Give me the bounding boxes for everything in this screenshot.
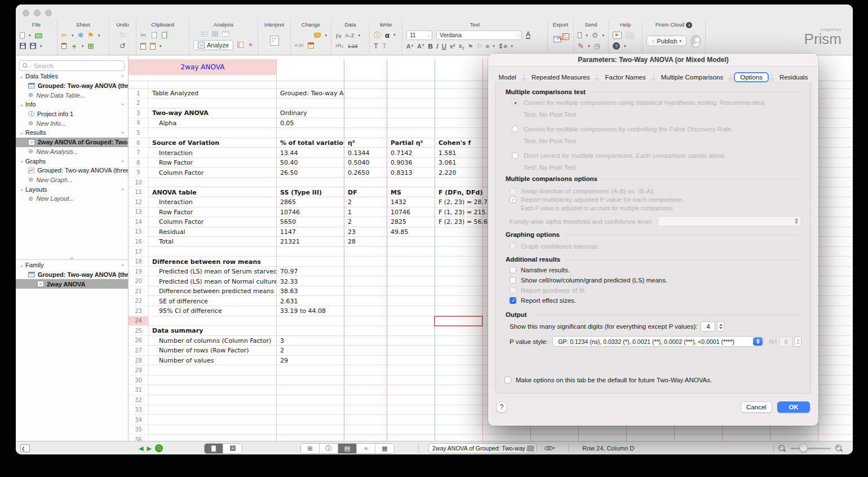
data-table-view-button[interactable]: ⊞ (301, 444, 320, 453)
sheet-cell[interactable]: Row Factor (148, 158, 276, 168)
mct-radio-button[interactable] (512, 126, 519, 132)
sheet-cell[interactable]: Grouped: Two-way AN (276, 89, 344, 99)
sidebar-section-header[interactable]: ⌄Data Tables» (16, 72, 128, 81)
mct-radio-row[interactable]: Don't correct for multiple comparisons. … (512, 152, 727, 159)
font-color-icon[interactable]: A (526, 31, 530, 39)
row-number[interactable]: 24 (129, 316, 148, 326)
save-icon[interactable] (20, 43, 26, 49)
sheet-cell[interactable]: Source of Variation (148, 138, 276, 148)
line-spacing-icon[interactable]: ⇕≡ (498, 42, 507, 50)
account-avatar[interactable] (690, 35, 701, 47)
row-number[interactable]: 21 (129, 286, 148, 297)
row-number[interactable]: 30 (129, 376, 148, 386)
sheet-cell[interactable]: 21321 (276, 237, 344, 247)
sheet-cell[interactable]: Total (148, 237, 276, 247)
sidebar-item[interactable]: Grouped: Two-way ANOVA (three (16, 270, 128, 280)
disclosure-chevron-icon[interactable]: ⌄ (20, 102, 25, 107)
sheet-cell[interactable]: Partial η² (387, 138, 435, 148)
link-dropdown-icon[interactable]: ▾ (553, 446, 555, 450)
sheet-cell[interactable]: Column Factor (148, 217, 276, 227)
mct-radio-row[interactable]: Correct for multiple comparisons using s… (512, 99, 766, 106)
redo-icon[interactable]: ↻ (119, 32, 126, 39)
graph-ci-row[interactable]: Graph confidence intervals. (510, 243, 600, 250)
sheet-cell[interactable]: 10746 (387, 207, 435, 218)
copy-special-icon[interactable] (162, 32, 167, 38)
export-icon[interactable]: ↷txtxml (553, 34, 568, 47)
sheet-cell[interactable]: 0.1344 (344, 148, 387, 158)
sheet-cell[interactable]: 2 (344, 217, 387, 227)
sidebar-item[interactable]: ⊕New Analysis... (16, 147, 128, 157)
annotation-flag-icon[interactable]: ⚐ (477, 43, 482, 50)
row-number[interactable]: 26 (129, 336, 148, 346)
sidebar-item[interactable]: ⊕New Data Table... (16, 90, 128, 100)
family-alpha-dropdown[interactable] (657, 216, 801, 227)
swap-direction-row[interactable]: Swap direction of comparisons (A-B) vs. … (510, 188, 655, 195)
cloud-info-icon[interactable]: i (686, 22, 692, 28)
section-more-icon[interactable]: » (121, 158, 123, 164)
row-number[interactable]: 14 (129, 217, 148, 227)
row-number[interactable]: 36 (129, 435, 148, 441)
new-sheet-icon[interactable]: ＋ (70, 42, 78, 50)
paste-special-icon[interactable] (150, 43, 156, 50)
row-number[interactable]: 33 (129, 405, 148, 416)
pin-dropdown-icon[interactable]: ▾ (98, 33, 100, 38)
scatter-analysis-icon[interactable] (201, 31, 208, 37)
align-dropdown-icon[interactable]: ▾ (493, 44, 495, 48)
adjusted-p-row[interactable]: Report multiplicity adjusted P value for… (510, 196, 684, 203)
disclosure-chevron-icon[interactable]: ⌄ (20, 74, 25, 79)
sheet-cell[interactable]: 0.05 (276, 118, 344, 129)
current-sheet-name-box[interactable]: 2way ANOVA of Grouped: Two-way ANOVA (t (428, 443, 537, 453)
sheet-cell[interactable]: Number of columns (Column Factor) (148, 336, 276, 346)
digits-input[interactable]: 4 (701, 321, 715, 332)
alpha-icon[interactable]: α (385, 31, 389, 39)
sheet-cell[interactable]: Residual (148, 227, 276, 237)
format-dropdown-icon[interactable]: ▾ (325, 33, 327, 38)
decimal-format-icon[interactable]: #.00 (295, 43, 304, 48)
mct-radio-button[interactable] (512, 152, 519, 159)
row-number[interactable]: 22 (129, 296, 148, 306)
section-more-icon[interactable]: » (121, 130, 123, 135)
sheet-cell[interactable]: SE of difference (148, 296, 276, 306)
wizard-wand-icon[interactable]: ✦ (247, 41, 254, 48)
row-number[interactable]: 8 (129, 158, 148, 168)
cut-icon[interactable]: ✂ (140, 32, 147, 39)
sheet-cell[interactable]: Predicted (LS) mean of Serum starved (148, 267, 276, 277)
selected-cell[interactable] (434, 316, 483, 327)
layout-view-button[interactable]: ▦ (375, 444, 394, 453)
interpret-checklist-icon[interactable] (270, 36, 279, 46)
undo-icon[interactable]: ↺ (119, 42, 126, 50)
row-number[interactable]: 12 (129, 197, 148, 207)
sheet-cell[interactable]: 5650 (276, 217, 344, 227)
row-number[interactable]: 13 (129, 207, 148, 218)
open-file-icon[interactable] (35, 33, 42, 38)
row-number[interactable]: 25 (129, 326, 148, 336)
n-stepper[interactable] (794, 337, 801, 347)
row-number[interactable]: 6 (129, 138, 148, 148)
zoom-in-icon[interactable]: + (835, 444, 843, 453)
sheet-cell[interactable]: Two-way ANOVA (148, 108, 276, 118)
text-tool-icon[interactable]: T (374, 42, 378, 50)
additional-result-row[interactable]: Report goodness of fit. (510, 287, 586, 294)
row-number[interactable]: 29 (129, 365, 148, 376)
row-number[interactable]: 20 (129, 276, 148, 286)
greek-flag-icon[interactable]: ⚑ (468, 43, 473, 50)
save-dropdown-icon[interactable]: ▾ (40, 44, 42, 48)
help-dropdown-icon[interactable]: ▾ (624, 44, 626, 48)
sheet-cell[interactable]: 70.97 (276, 267, 344, 277)
gear-icon[interactable]: ⚙ (592, 32, 599, 39)
sheet-cell[interactable]: MS (387, 187, 435, 197)
row-number[interactable]: 3 (129, 108, 148, 118)
sheet-cell[interactable]: 23 (344, 227, 387, 237)
sidebar-section-header[interactable]: ⌄Graphs» (16, 156, 128, 166)
font-size-combo[interactable]: 11⌄ (406, 30, 432, 40)
publish-button[interactable]: ↑Publish▾ (646, 36, 687, 46)
sheet-cell[interactable]: 1 (344, 207, 387, 218)
sheet-cell[interactable]: 32.33 (276, 276, 344, 286)
row-number[interactable]: 17 (129, 247, 148, 257)
collapse-sidebar-button[interactable]: ❮ (20, 444, 30, 452)
cancel-button[interactable]: Cancel (741, 401, 772, 413)
sheet-cell[interactable]: Predicted (LS) mean of Normal culture (148, 276, 276, 286)
section-more-icon[interactable]: » (121, 187, 123, 192)
sheet-cell[interactable]: 0.8313 (387, 167, 435, 178)
clock-icon[interactable]: ◷ (594, 42, 600, 50)
